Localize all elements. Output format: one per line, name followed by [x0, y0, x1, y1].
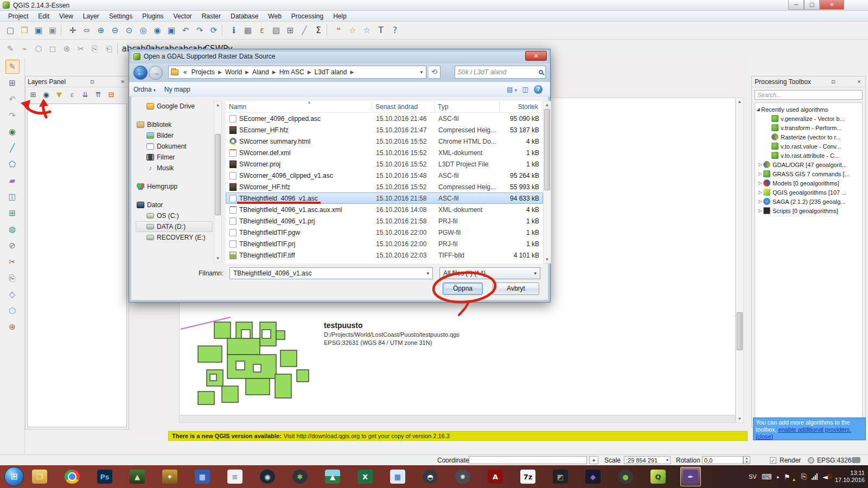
open-project-icon[interactable]: ❐ [17, 23, 31, 37]
vector-hex-icon[interactable]: ⬡ [5, 304, 20, 318]
cut-icon[interactable]: ✂ [74, 42, 88, 56]
vector-line-icon[interactable]: ╱ [5, 141, 20, 155]
back-button[interactable]: ← [133, 66, 148, 80]
digitize-icon[interactable]: ⌁ [17, 42, 31, 56]
sidebar-place-item[interactable]: ♪ Musik [136, 163, 213, 174]
provider-group[interactable]: ▷ Scripts [0 geoalgorithms] [755, 206, 862, 215]
vector-buffer-icon[interactable]: ◍ [5, 222, 20, 236]
7zip-icon[interactable]: 7z [518, 467, 538, 486]
change-view-icon[interactable]: ▤ ▾ [507, 86, 517, 93]
refresh-icon[interactable]: ⟳ [207, 23, 221, 37]
coordinate-input[interactable] [469, 456, 587, 464]
breadcrumb-collapse[interactable]: « [181, 68, 189, 76]
explorer-icon[interactable]: ❒ [29, 467, 50, 486]
close-tooltip-link[interactable]: [close] [756, 433, 773, 440]
zoom-native-icon[interactable]: ⊙ [122, 23, 136, 37]
provider-group[interactable]: ▷ QGIS geoalgorithms [107 ... [755, 188, 862, 197]
new-folder-button[interactable]: Ny mapp [160, 84, 195, 95]
processing-search-input[interactable] [755, 90, 863, 100]
sidebar-place-item[interactable]: Filmer [136, 152, 213, 163]
vector-fill-icon[interactable]: ▰ [5, 174, 20, 188]
photo-viewer-icon[interactable]: ▲ [322, 467, 343, 486]
maximize-button[interactable]: ▢ [804, 0, 820, 10]
tool-icon[interactable]: ✦ [159, 467, 180, 486]
deselect-icon[interactable]: ▧ [269, 23, 283, 37]
file-row[interactable]: SWcorner_4096_clipped_v1.asc 15.10.2016 … [226, 170, 543, 181]
remove-layer-icon[interactable]: ⊟ [105, 88, 118, 100]
file-row[interactable]: TBheightfield_4096_v1.prj 15.10.2016 21:… [226, 215, 543, 227]
breadcrumb-item[interactable]: Hm ASC [277, 68, 307, 76]
copy-style-icon[interactable]: ⎘ [5, 271, 20, 285]
dialog-search-box[interactable]: Sök i L3dT aland [455, 66, 546, 79]
column-header-name[interactable]: Namn [226, 101, 372, 112]
sidebar-place-item[interactable]: Google Drive [136, 101, 213, 112]
text-annotation-icon[interactable]: T [374, 23, 388, 37]
horizontal-scrollbar[interactable] [180, 415, 735, 422]
float-panel-icon[interactable]: ⊡ [829, 79, 837, 85]
identify-icon[interactable]: ℹ [227, 23, 241, 37]
breadcrumb-item[interactable]: L3dT aland [312, 68, 349, 76]
sidebar-place-item[interactable]: DATA (D:) [136, 221, 213, 232]
collapsed-arrow-icon[interactable]: ▷ [757, 199, 763, 204]
sidebar-place-item[interactable]: Bilder [136, 130, 213, 141]
provider-group[interactable]: ▷ Models [0 geoalgorithms] [755, 178, 862, 188]
crs-globe-icon[interactable] [808, 457, 814, 464]
add-circle-icon[interactable]: ⊕ [5, 320, 20, 334]
collapsed-arrow-icon[interactable]: ▷ [757, 181, 763, 185]
algorithm-item[interactable]: v.to.rast.value - Conv... [755, 142, 862, 151]
collapse-all-icon[interactable]: ⇈ [92, 88, 105, 100]
toolbar-icon[interactable] [222, 24, 226, 36]
l3dt-icon[interactable]: ▲ [127, 467, 148, 486]
action-center-flag-icon[interactable]: ⚑ [784, 473, 790, 481]
file-row[interactable]: TBheightfield_4096_v1.asc 15.10.2016 21:… [226, 192, 543, 204]
menu-item[interactable]: Layer [78, 11, 104, 21]
file-row[interactable]: TBheightfieldTIF.tiff 15.10.2016 22:03 T… [226, 249, 543, 261]
node-tool-icon[interactable]: ⬡ [31, 42, 46, 56]
algorithm-item[interactable]: v.to.rast.attribute - C... [755, 151, 862, 160]
collapsed-arrow-icon[interactable]: ▷ [757, 208, 763, 213]
column-header-size[interactable]: Storlek [500, 101, 542, 112]
file-row[interactable]: SWcorner summary.html 15.10.2016 15:52 C… [226, 136, 543, 147]
map-tips-icon[interactable]: ❝ [331, 23, 346, 37]
remote-app-icon[interactable]: ▦ [387, 467, 408, 486]
settings-gear-icon[interactable]: ✸ [452, 467, 473, 486]
sidebar-place-item[interactable]: OS (C:) [136, 210, 213, 221]
zoom-in-icon[interactable]: ⊕ [94, 23, 108, 37]
attribute-table-icon[interactable]: ⊞ [283, 23, 297, 37]
menu-item[interactable]: Raster [197, 11, 226, 21]
sidebar-place-item[interactable]: Hemgrupp [136, 181, 213, 192]
sidebar-scrollbar[interactable]: ▲ ▼ [214, 101, 222, 262]
save-project-icon[interactable]: ▣ [31, 23, 46, 37]
algorithm-item[interactable]: Rasterize (vector to r... [755, 132, 862, 142]
file-list-scrollbar[interactable]: ▲ ▼ [543, 101, 551, 264]
provider-group[interactable]: ▷ GRASS GIS 7 commands [... [755, 169, 862, 178]
scroll-up-icon[interactable]: ▲ [544, 101, 551, 108]
dialog-help-icon[interactable]: ? [534, 85, 542, 94]
undo-icon[interactable]: ↶ [5, 92, 20, 106]
keyboard-icon[interactable]: ⌨ [762, 473, 772, 481]
taskbar-clock[interactable]: 13:11 17.10.2016 [835, 470, 865, 484]
removable-device-icon[interactable]: ⎘ [801, 472, 807, 481]
organize-menu[interactable]: Ordna ▾ [129, 84, 160, 95]
green-app-icon[interactable]: ● [615, 467, 636, 486]
paste-icon[interactable]: ⎗ [102, 42, 116, 56]
help-icon[interactable]: ? [388, 23, 402, 37]
start-button[interactable]: ⊞ [4, 467, 24, 486]
add-group-icon[interactable]: ⊞ [27, 88, 40, 100]
acrobat-icon[interactable]: A [485, 467, 506, 486]
breadcrumb-item[interactable]: World [223, 68, 244, 76]
toolbar-icon[interactable] [327, 24, 330, 36]
statistics-icon[interactable]: Σ [311, 23, 326, 37]
redo-icon[interactable]: ↷ [5, 108, 20, 123]
pan-map-icon[interactable]: ✛ [66, 23, 80, 37]
new-project-icon[interactable]: ▢ [3, 23, 17, 37]
vector-polygon-icon[interactable]: ⬠ [5, 157, 20, 171]
vector-point-icon[interactable]: ◉ [5, 125, 20, 139]
toolbar-icon[interactable] [61, 24, 65, 36]
menu-item[interactable]: Web [263, 11, 286, 21]
scrollbar-thumb[interactable] [737, 312, 743, 350]
collapsed-arrow-icon[interactable]: ▷ [757, 190, 763, 195]
sidebar-place-item[interactable]: RECOVERY (E:) [136, 232, 213, 243]
messages-icon[interactable] [852, 457, 860, 463]
menu-item[interactable]: Vector [169, 11, 197, 21]
